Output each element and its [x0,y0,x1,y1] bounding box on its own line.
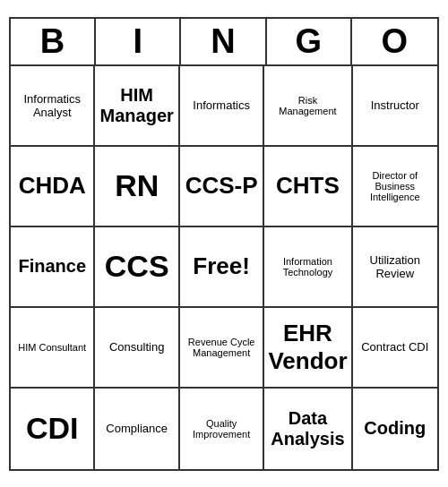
bingo-cell: Risk Management [264,66,352,147]
bingo-cell: EHR Vendor [264,308,352,389]
bingo-cell: Free! [180,227,264,308]
bingo-cell: CHDA [11,147,95,227]
bingo-cell: Contract CDI [353,308,437,389]
bingo-grid: Informatics AnalystHIM ManagerInformatic… [11,66,437,469]
bingo-cell: Instructor [353,66,437,147]
bingo-cell: RN [95,147,179,227]
header-letter: I [96,19,181,64]
bingo-cell: Data Analysis [264,389,352,469]
bingo-cell: CHTS [264,147,352,227]
bingo-cell: Informatics Analyst [11,66,95,147]
bingo-cell: Informatics [180,66,264,147]
bingo-cell: CCS-P [180,147,264,227]
bingo-cell: CDI [11,389,95,469]
bingo-cell: Consulting [95,308,179,389]
bingo-card: BINGO Informatics AnalystHIM ManagerInfo… [9,17,439,471]
bingo-cell: Compliance [95,389,179,469]
bingo-cell: CCS [95,227,179,308]
bingo-cell: Quality Improvement [180,389,264,469]
bingo-cell: Coding [353,389,437,469]
bingo-cell: Revenue Cycle Management [180,308,264,389]
bingo-cell: Utilization Review [353,227,437,308]
header-letter: G [267,19,352,64]
header-letter: O [352,19,437,64]
bingo-cell: Information Technology [264,227,352,308]
header-letter: B [11,19,96,64]
bingo-cell: Director of Business Intelligence [353,147,437,227]
bingo-cell: HIM Manager [95,66,179,147]
bingo-cell: Finance [11,227,95,308]
header-letter: N [181,19,266,64]
bingo-cell: HIM Consultant [11,308,95,389]
bingo-header: BINGO [11,19,437,66]
